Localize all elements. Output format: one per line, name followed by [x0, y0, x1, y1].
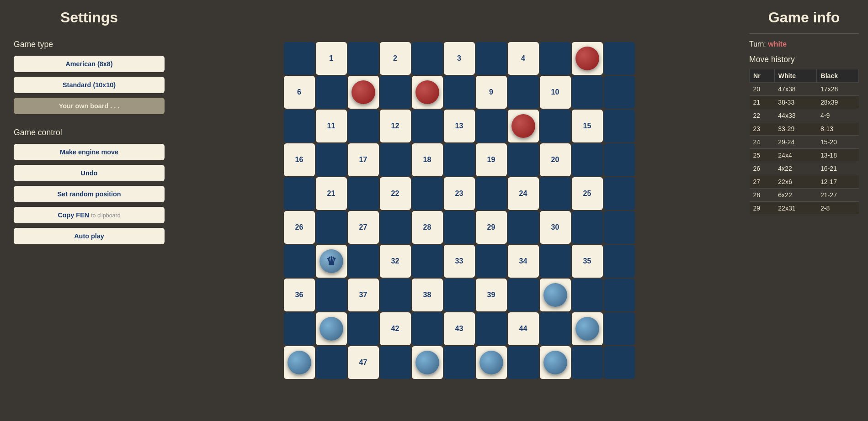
board-cell[interactable]: [476, 42, 507, 75]
board-cell[interactable]: [604, 42, 635, 75]
board-cell[interactable]: [444, 211, 475, 244]
board-cell[interactable]: 22: [380, 177, 411, 210]
board-cell[interactable]: 26: [284, 211, 315, 244]
board-cell[interactable]: 43: [444, 312, 475, 345]
checkers-board[interactable]: 1234567891011121314151617181920212223242…: [284, 42, 635, 379]
board-cell[interactable]: 2: [380, 42, 411, 75]
board-cell[interactable]: [476, 177, 507, 210]
board-cell[interactable]: [412, 42, 443, 75]
board-cell[interactable]: 30: [540, 211, 571, 244]
board-cell[interactable]: [380, 143, 411, 176]
board-cell[interactable]: [572, 211, 603, 244]
board-cell[interactable]: 18: [412, 143, 443, 176]
board-cell[interactable]: 8: [412, 76, 443, 109]
board-cell[interactable]: [540, 312, 571, 345]
piece-blue[interactable]: [543, 283, 567, 307]
board-cell[interactable]: [348, 312, 379, 345]
piece-red[interactable]: [351, 80, 375, 104]
board-cell[interactable]: [380, 211, 411, 244]
board-cell[interactable]: 25: [572, 177, 603, 210]
board-cell[interactable]: [476, 312, 507, 345]
board-cell[interactable]: 38: [412, 279, 443, 311]
board-cell[interactable]: 42: [380, 312, 411, 345]
board-cell[interactable]: 5: [572, 42, 603, 75]
board-cell[interactable]: [348, 245, 379, 278]
board-cell[interactable]: 12: [380, 110, 411, 142]
board-cell[interactable]: 23: [444, 177, 475, 210]
btn-copy-fen[interactable]: Copy FEN to clipboard: [14, 207, 165, 223]
board-cell[interactable]: [284, 312, 315, 345]
board-cell[interactable]: [380, 279, 411, 311]
piece-blue-king[interactable]: ♛: [320, 249, 343, 273]
board-cell[interactable]: [380, 76, 411, 109]
board-cell[interactable]: [412, 245, 443, 278]
board-cell[interactable]: 19: [476, 143, 507, 176]
piece-blue[interactable]: [543, 351, 567, 374]
board-cell[interactable]: 33: [444, 245, 475, 278]
btn-own-board[interactable]: Your own board . . .: [14, 98, 165, 114]
board-cell[interactable]: 44: [508, 312, 539, 345]
board-cell[interactable]: [508, 143, 539, 176]
board-cell[interactable]: [284, 245, 315, 278]
board-cell[interactable]: [380, 346, 411, 379]
board-cell[interactable]: 13: [444, 110, 475, 142]
board-cell[interactable]: 7: [348, 76, 379, 109]
btn-undo[interactable]: Undo: [14, 165, 165, 181]
board-cell[interactable]: 41: [316, 312, 347, 345]
board-cell[interactable]: [508, 76, 539, 109]
board-cell[interactable]: [604, 312, 635, 345]
board-cell[interactable]: [604, 346, 635, 379]
board-cell[interactable]: 40: [540, 279, 571, 311]
board-cell[interactable]: 34: [508, 245, 539, 278]
board-cell[interactable]: [572, 143, 603, 176]
board-cell[interactable]: 24: [508, 177, 539, 210]
board-cell[interactable]: [604, 143, 635, 176]
board-cell[interactable]: 21: [316, 177, 347, 210]
piece-blue[interactable]: [415, 351, 439, 374]
board-cell[interactable]: 37: [348, 279, 379, 311]
board-cell[interactable]: [284, 177, 315, 210]
board-cell[interactable]: 10: [540, 76, 571, 109]
board-cell[interactable]: 27: [348, 211, 379, 244]
board-cell[interactable]: [348, 177, 379, 210]
board-cell[interactable]: 35: [572, 245, 603, 278]
board-cell[interactable]: 6: [284, 76, 315, 109]
board-cell[interactable]: [540, 42, 571, 75]
board-cell[interactable]: 47: [348, 346, 379, 379]
board-cell[interactable]: 3: [444, 42, 475, 75]
board-cell[interactable]: [604, 245, 635, 278]
board-cell[interactable]: 11: [316, 110, 347, 142]
board-cell[interactable]: [444, 346, 475, 379]
board-cell[interactable]: [604, 110, 635, 142]
board-cell[interactable]: [284, 110, 315, 142]
board-cell[interactable]: 32: [380, 245, 411, 278]
board-cell[interactable]: [604, 211, 635, 244]
btn-standard[interactable]: Standard (10x10): [14, 77, 165, 93]
board-cell[interactable]: 48: [412, 346, 443, 379]
board-cell[interactable]: [348, 42, 379, 75]
board-cell[interactable]: [316, 143, 347, 176]
board-cell[interactable]: [412, 312, 443, 345]
board-cell[interactable]: 16: [284, 143, 315, 176]
piece-blue[interactable]: [479, 351, 503, 374]
board-cell[interactable]: 31♛: [316, 245, 347, 278]
board-cell[interactable]: [508, 279, 539, 311]
board-cell[interactable]: [412, 110, 443, 142]
board-cell[interactable]: [316, 76, 347, 109]
board-cell[interactable]: 4: [508, 42, 539, 75]
board-cell[interactable]: 46: [284, 346, 315, 379]
btn-engine-move[interactable]: Make engine move: [14, 144, 165, 160]
board-cell[interactable]: [476, 110, 507, 142]
board-cell[interactable]: [572, 279, 603, 311]
board-cell[interactable]: [284, 42, 315, 75]
board-cell[interactable]: [316, 211, 347, 244]
board-cell[interactable]: [444, 76, 475, 109]
board-cell[interactable]: 20: [540, 143, 571, 176]
board-cell[interactable]: 29: [476, 211, 507, 244]
board-cell[interactable]: [604, 177, 635, 210]
board-cell[interactable]: 1: [316, 42, 347, 75]
board-cell[interactable]: [540, 110, 571, 142]
board-cell[interactable]: 50: [540, 346, 571, 379]
board-cell[interactable]: [476, 245, 507, 278]
board-cell[interactable]: [444, 143, 475, 176]
